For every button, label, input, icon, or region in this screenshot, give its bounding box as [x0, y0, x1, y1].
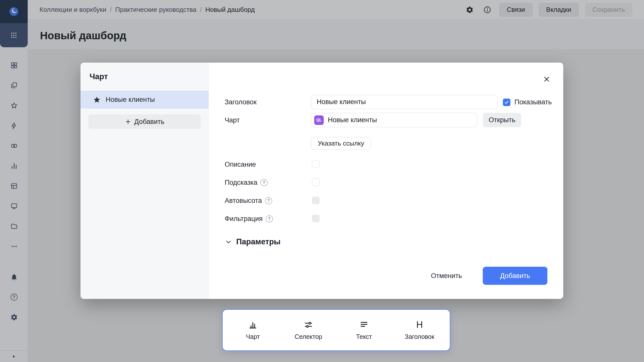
description-label-text: Описание — [225, 161, 256, 168]
chart-name-input[interactable] — [328, 116, 474, 124]
close-icon — [543, 75, 551, 83]
star-icon — [93, 96, 101, 104]
selector-sliders-icon — [304, 320, 313, 330]
description-checkbox[interactable] — [312, 160, 319, 168]
params-section-label: Параметры — [236, 237, 280, 246]
plus-icon — [125, 118, 131, 125]
show-title-checkbox[interactable] — [503, 99, 510, 106]
chart-list: Новые клиенты — [80, 91, 209, 109]
specify-link-button[interactable]: Указать ссылку — [311, 137, 371, 150]
cancel-button[interactable]: Отменить — [424, 267, 469, 285]
add-item-label: Добавить — [134, 118, 164, 126]
open-chart-button[interactable]: Открыть — [483, 113, 521, 127]
chevron-down-icon — [225, 238, 232, 246]
hint-field-label: Подсказка ? — [225, 179, 268, 187]
hint-help-icon[interactable]: ? — [260, 179, 268, 186]
filtering-help-icon[interactable]: ? — [266, 215, 273, 222]
autoheight-checkbox[interactable] — [312, 197, 319, 204]
description-field-label: Описание — [225, 161, 256, 168]
show-title-label: Показывать — [514, 98, 552, 106]
chart-field-label: Чарт — [225, 116, 240, 124]
toolbar-item-chart[interactable]: Чарт — [225, 310, 281, 350]
autoheight-help-icon[interactable]: ? — [265, 197, 272, 204]
list-item[interactable]: Новые клиенты — [80, 91, 209, 109]
toolbar-item-label: Заголовок — [405, 333, 434, 340]
bar-chart-icon — [248, 320, 258, 330]
dialog-title: Чарт — [90, 72, 108, 81]
title-field-label: Заголовок — [225, 98, 257, 106]
heading-letter-icon: H — [416, 320, 423, 330]
add-widget-button[interactable]: Добавить — [483, 267, 547, 285]
toolbar-item-heading[interactable]: H Заголовок — [392, 310, 447, 350]
params-section-toggle[interactable]: Параметры — [225, 237, 280, 246]
close-dialog-button[interactable] — [541, 74, 552, 85]
widget-toolbar: Чарт Селектор Текст H Заголовок — [222, 309, 450, 351]
show-title-checkbox-row[interactable]: Показывать — [503, 98, 552, 106]
dialog-form-panel: Заголовок Показывать Чарт QL Открыть У — [209, 63, 563, 299]
autoheight-label-text: Автовысота — [225, 197, 262, 205]
chart-widget-dialog: Чарт Новые клиенты Добавить — [80, 63, 563, 299]
toolbar-item-selector[interactable]: Селектор — [281, 310, 336, 350]
check-icon — [504, 100, 509, 105]
filtering-checkbox[interactable] — [312, 215, 319, 222]
chart-field-label-text: Чарт — [225, 116, 240, 124]
toolbar-item-text[interactable]: Текст — [336, 310, 392, 350]
hint-checkbox[interactable] — [312, 178, 319, 186]
list-item-label: Новые клиенты — [106, 96, 155, 104]
filtering-field-label: Фильтрация ? — [225, 215, 273, 223]
title-input[interactable] — [311, 95, 498, 109]
app-root: ? Коллекции и воркбуки / Практические ру… — [0, 0, 644, 362]
add-chart-item-button[interactable]: Добавить — [88, 114, 201, 129]
toolbar-item-label: Текст — [356, 333, 372, 340]
chart-select-field[interactable]: QL — [311, 113, 477, 127]
hint-label-text: Подсказка — [225, 179, 257, 187]
filtering-label-text: Фильтрация — [225, 215, 263, 223]
toolbar-item-label: Селектор — [295, 333, 322, 340]
text-lines-icon — [359, 320, 369, 330]
dialog-left-panel: Чарт Новые клиенты Добавить — [80, 63, 209, 299]
toolbar-item-label: Чарт — [246, 333, 260, 340]
title-field-label-text: Заголовок — [225, 98, 257, 106]
ql-badge: QL — [314, 115, 324, 125]
autoheight-field-label: Автовысота ? — [225, 197, 272, 205]
